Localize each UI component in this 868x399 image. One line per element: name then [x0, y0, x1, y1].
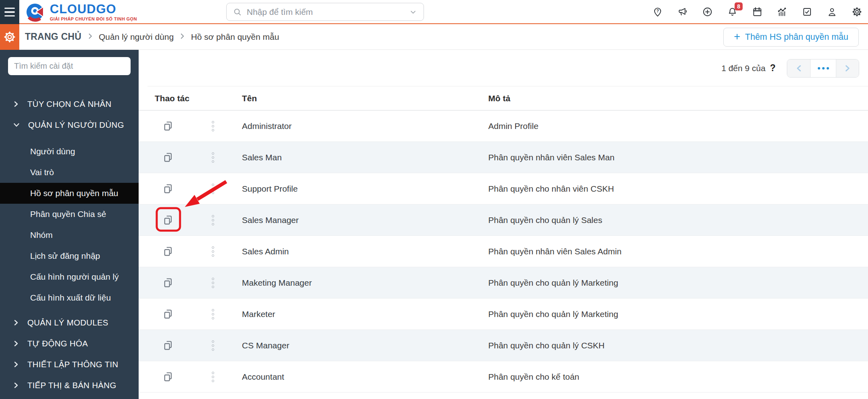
megaphone-icon — [677, 6, 688, 17]
drag-handle[interactable] — [212, 184, 214, 194]
search-icon — [233, 8, 242, 16]
chevron-right-icon — [13, 101, 19, 107]
sidebar-item-login-history[interactable]: Lịch sử đăng nhập — [0, 246, 139, 266]
table-row[interactable]: Administrator Admin Profile — [139, 110, 868, 142]
global-search-input[interactable]: Nhập để tìm kiếm — [226, 3, 424, 21]
table-row[interactable]: Maketing Manager Phân quyền cho quản lý … — [139, 267, 868, 299]
profile-description: Phân quyền nhân viên Sales Admin — [488, 247, 868, 256]
sidebar-section-modules[interactable]: QUẢN LÝ MODULES — [0, 312, 139, 333]
profile-name: Maketing Manager — [242, 278, 488, 288]
pagination-row: 1 đến 9 của ? — [139, 50, 868, 86]
topbar-icon-row: ? 8 — [652, 0, 862, 23]
profile-name: Sales Manager — [242, 215, 488, 225]
calendar-icon — [752, 6, 763, 17]
breadcrumb-home[interactable]: TRANG CHỦ — [25, 31, 82, 42]
sidebar-item-manager-config[interactable]: Cấu hình người quản lý — [0, 266, 139, 287]
sidebar-section-marketing-sales[interactable]: TIẾP THỊ & BÁN HÀNG — [0, 375, 139, 396]
duplicate-button[interactable] — [163, 340, 173, 351]
table-row[interactable]: Marketer Phân quyền cho quản lý Marketin… — [139, 299, 868, 330]
sidebar-item-export-config[interactable]: Cấu hình xuất dữ liệu — [0, 287, 139, 308]
chevron-right-icon — [13, 361, 19, 368]
drag-handle[interactable] — [212, 246, 214, 257]
duplicate-button[interactable] — [163, 246, 173, 257]
topbar: CLOUDGO GIẢI PHÁP CHUYỂN ĐỔI SỐ TINH GỌN… — [0, 0, 868, 24]
add-template-profile-button[interactable]: + Thêm HS phân quyền mẫu — [723, 28, 859, 47]
add-new-button[interactable] — [702, 6, 713, 17]
drag-handle[interactable] — [212, 278, 214, 288]
cloudgo-logo[interactable]: CLOUDGO GIẢI PHÁP CHUYỂN ĐỔI SỐ TINH GỌN — [25, 2, 137, 23]
svg-text:?: ? — [656, 9, 659, 13]
drag-handle[interactable] — [212, 215, 214, 225]
table-row[interactable]: Sales Admin Phân quyền nhân viên Sales A… — [139, 236, 868, 267]
sidebar-item-sharing-permissions[interactable]: Phân quyền Chia sẻ — [0, 204, 139, 225]
profile-name: Sales Admin — [242, 247, 488, 256]
profile-description: Phân quyền cho nhân viên CSKH — [488, 184, 868, 194]
breadcrumb-user-management[interactable]: Quản lý người dùng — [99, 32, 174, 42]
profile-description: Phân quyền cho quản lý Sales — [488, 215, 868, 225]
next-page-button[interactable] — [836, 59, 859, 77]
drag-handle[interactable] — [212, 309, 214, 319]
tasks-button[interactable] — [801, 6, 813, 17]
pagination-help[interactable]: ? — [770, 63, 776, 74]
sidebar-item-groups[interactable]: Nhóm — [0, 225, 139, 246]
calendar-button[interactable] — [751, 6, 763, 17]
breadcrumb-current-page[interactable]: Hồ sơ phân quyền mẫu — [191, 32, 279, 42]
sidebar-section-user-management[interactable]: QUẢN LÝ NGƯỜI DÙNG — [0, 115, 139, 135]
sidebar-item-template-profiles[interactable]: Hồ sơ phân quyền mẫu — [0, 183, 139, 204]
page-list-button[interactable] — [810, 59, 836, 77]
location-help-button[interactable]: ? — [652, 6, 663, 17]
column-header-description: Mô tả — [488, 94, 868, 103]
ellipsis-dot — [827, 67, 829, 70]
chevron-down-icon — [13, 122, 20, 128]
duplicate-button[interactable] — [163, 152, 173, 163]
duplicate-button[interactable] — [163, 121, 173, 132]
sidebar-section-automation[interactable]: TỰ ĐỘNG HÓA — [0, 333, 139, 354]
sidebar-section-personal-options[interactable]: TÙY CHỌN CÁ NHÂN — [0, 94, 139, 115]
chevron-left-icon — [796, 65, 802, 72]
previous-page-button[interactable] — [787, 59, 810, 77]
hamburger-menu-button[interactable] — [0, 0, 19, 24]
table-row[interactable]: Sales Manager Phân quyền cho quản lý Sal… — [139, 205, 868, 236]
profile-button[interactable] — [826, 6, 837, 17]
profile-name: Support Profile — [242, 184, 488, 194]
sidebar-nav: TÙY CHỌN CÁ NHÂN QUẢN LÝ NGƯỜI DÙNG Ngườ… — [0, 94, 139, 396]
gear-icon — [852, 6, 862, 17]
chevron-right-icon — [844, 65, 851, 72]
drag-handle[interactable] — [212, 152, 214, 163]
sidebar-section-info-setup[interactable]: THIẾT LẬP THÔNG TIN — [0, 354, 139, 375]
settings-gear-tile[interactable] — [0, 24, 19, 50]
sidebar-item-roles[interactable]: Vai trò — [0, 162, 139, 183]
profile-description: Phân quyền cho kế toán — [488, 372, 868, 382]
notifications-button[interactable]: 8 — [727, 6, 738, 17]
settings-button[interactable] — [851, 6, 862, 17]
profile-name: CS Manager — [242, 341, 488, 350]
duplicate-button[interactable] — [163, 309, 173, 320]
table-row[interactable]: Accountant Phân quyền cho kế toán — [139, 361, 868, 393]
main-content: 1 đến 9 của ? Thao tác Tên Mô tả — [139, 50, 868, 399]
table-row[interactable]: Sales Man Phân quyền nhân viên Sales Man — [139, 142, 868, 173]
drag-handle[interactable] — [212, 340, 214, 351]
duplicate-button[interactable] — [163, 277, 173, 289]
profile-name: Marketer — [242, 309, 488, 319]
profile-description: Phân quyền cho quản lý Marketing — [488, 278, 868, 288]
duplicate-button[interactable] — [163, 183, 173, 194]
table-row[interactable]: CS Manager Phân quyền cho quản lý CSKH — [139, 330, 868, 361]
sidebar-item-users[interactable]: Người dùng — [0, 141, 139, 162]
drag-handle[interactable] — [212, 372, 214, 382]
breadcrumb-bar: TRANG CHỦ Quản lý người dùng Hồ sơ phân … — [0, 24, 868, 50]
drag-handle[interactable] — [212, 121, 214, 131]
divider — [147, 86, 868, 86]
table-row[interactable]: Support Profile Phân quyền cho nhân viên… — [139, 173, 868, 205]
duplicate-button[interactable] — [163, 371, 173, 383]
duplicate-button[interactable] — [163, 215, 173, 226]
announcement-button[interactable] — [677, 6, 688, 17]
analytics-button[interactable] — [776, 6, 788, 17]
pagination-range: 1 đến 9 của — [721, 63, 766, 73]
settings-search-input[interactable] — [8, 57, 131, 75]
chevron-down-icon — [409, 8, 417, 16]
profile-name: Administrator — [242, 121, 488, 131]
user-management-children: Người dùng Vai trò Hồ sơ phân quyền mẫu … — [0, 141, 139, 308]
brand-tagline: GIẢI PHÁP CHUYỂN ĐỔI SỐ TINH GỌN — [50, 16, 137, 21]
profile-description: Admin Profile — [488, 121, 868, 131]
add-button-label: Thêm HS phân quyền mẫu — [745, 32, 848, 42]
